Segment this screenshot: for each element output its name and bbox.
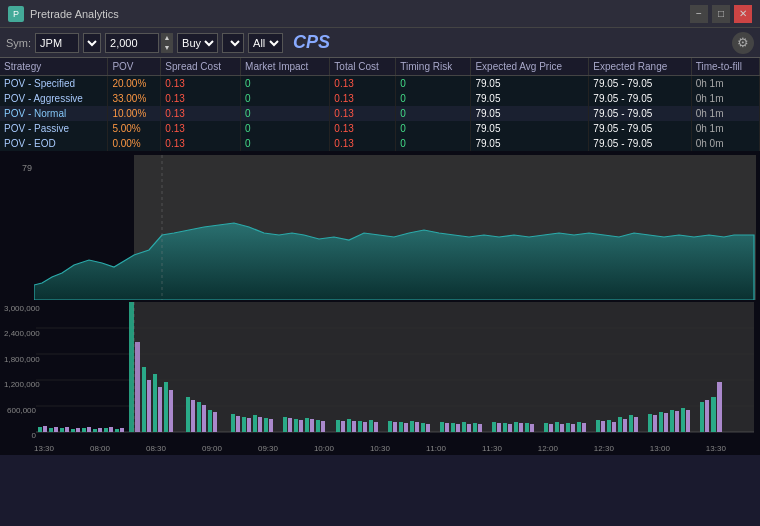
gear-icon: ⚙ bbox=[737, 35, 749, 50]
svg-rect-106 bbox=[653, 415, 657, 432]
svg-rect-104 bbox=[634, 417, 638, 432]
cell-spread-cost: 0.13 bbox=[161, 121, 241, 136]
cell-time-to-fill: 0h 1m bbox=[691, 121, 759, 136]
sym-label: Sym: bbox=[6, 37, 31, 49]
svg-rect-95 bbox=[577, 422, 581, 432]
sym-input[interactable] bbox=[35, 33, 79, 53]
svg-rect-50 bbox=[288, 418, 292, 432]
cell-pov: 10.00% bbox=[108, 106, 161, 121]
x-label-1030: 10:30 bbox=[370, 444, 390, 453]
svg-rect-47 bbox=[264, 418, 268, 432]
svg-rect-89 bbox=[544, 423, 548, 432]
svg-rect-84 bbox=[508, 424, 512, 432]
cell-strategy: POV - Normal bbox=[0, 106, 108, 121]
svg-rect-61 bbox=[358, 421, 362, 432]
app-title: Pretrade Analytics bbox=[30, 8, 690, 20]
svg-rect-68 bbox=[404, 423, 408, 432]
col-header-market-impact: Market Impact bbox=[241, 58, 330, 76]
col-header-exp-range: Expected Range bbox=[589, 58, 691, 76]
svg-rect-12 bbox=[43, 426, 47, 432]
x-label-930: 09:30 bbox=[258, 444, 278, 453]
svg-rect-35 bbox=[186, 397, 190, 432]
svg-rect-86 bbox=[519, 423, 523, 432]
ticker-display: CPS bbox=[293, 32, 330, 53]
cell-spread-cost: 0.13 bbox=[161, 106, 241, 121]
x-label-1130: 11:30 bbox=[482, 444, 502, 453]
close-button[interactable]: ✕ bbox=[734, 5, 752, 23]
table-row[interactable]: POV - EOD 0.00% 0.13 0 0.13 0 79.05 79.0… bbox=[0, 136, 760, 151]
svg-rect-48 bbox=[269, 419, 273, 432]
volume-chart-svg bbox=[36, 302, 754, 440]
svg-rect-16 bbox=[65, 427, 69, 432]
col-header-time-to-fill: Time-to-fill bbox=[691, 58, 759, 76]
svg-rect-85 bbox=[514, 422, 518, 432]
cell-time-to-fill: 0h 0m bbox=[691, 136, 759, 151]
svg-rect-96 bbox=[582, 423, 586, 432]
svg-rect-20 bbox=[87, 427, 91, 432]
svg-rect-111 bbox=[681, 408, 685, 432]
svg-rect-74 bbox=[445, 423, 449, 432]
algo-select[interactable]: ⚡ bbox=[222, 33, 244, 53]
side-select[interactable]: Buy Sell bbox=[177, 33, 218, 53]
table-row[interactable]: POV - Passive 5.00% 0.13 0 0.13 0 79.05 … bbox=[0, 121, 760, 136]
price-chart: 79 79.05 bbox=[4, 155, 756, 300]
x-label-800: 08:00 bbox=[90, 444, 110, 453]
cell-market-impact: 0 bbox=[241, 136, 330, 151]
svg-rect-73 bbox=[440, 422, 444, 432]
cell-exp-range: 79.05 - 79.05 bbox=[589, 136, 691, 151]
svg-rect-101 bbox=[618, 417, 622, 432]
settings-button[interactable]: ⚙ bbox=[732, 32, 754, 54]
svg-rect-103 bbox=[629, 415, 633, 432]
window-controls[interactable]: − □ ✕ bbox=[690, 5, 752, 23]
qty-stepper[interactable]: ▲ ▼ bbox=[161, 33, 173, 53]
maximize-button[interactable]: □ bbox=[712, 5, 730, 23]
qty-up-button[interactable]: ▲ bbox=[161, 33, 173, 43]
svg-rect-109 bbox=[670, 410, 674, 432]
price-chart-svg: 79.05 bbox=[34, 155, 756, 300]
table-row[interactable]: POV - Normal 10.00% 0.13 0 0.13 0 79.05 … bbox=[0, 106, 760, 121]
cell-timing-risk: 0 bbox=[396, 91, 471, 106]
cell-pov: 33.00% bbox=[108, 91, 161, 106]
svg-rect-51 bbox=[294, 419, 298, 432]
qty-down-button[interactable]: ▼ bbox=[161, 43, 173, 53]
svg-rect-60 bbox=[352, 421, 356, 432]
minimize-button[interactable]: − bbox=[690, 5, 708, 23]
svg-rect-11 bbox=[38, 427, 42, 432]
volume-y-labels: 3,000,000 2,400,000 1,800,000 1,200,000 … bbox=[4, 302, 36, 442]
qty-input[interactable] bbox=[105, 33, 159, 53]
svg-rect-69 bbox=[410, 421, 414, 432]
cell-strategy: POV - Aggressive bbox=[0, 91, 108, 106]
cell-exp-avg-price: 79.05 bbox=[471, 106, 589, 121]
svg-rect-15 bbox=[60, 428, 64, 432]
svg-rect-52 bbox=[299, 420, 303, 432]
cell-market-impact: 0 bbox=[241, 121, 330, 136]
x-label-830: 08:30 bbox=[146, 444, 166, 453]
svg-rect-75 bbox=[451, 423, 455, 432]
title-bar: P Pretrade Analytics − □ ✕ bbox=[0, 0, 760, 28]
sym-dropdown[interactable]: ▼ bbox=[83, 33, 101, 53]
svg-rect-36 bbox=[191, 400, 195, 432]
col-header-strategy: Strategy bbox=[0, 58, 108, 76]
cell-total-cost: 0.13 bbox=[330, 106, 396, 121]
cell-exp-avg-price: 79.05 bbox=[471, 121, 589, 136]
svg-rect-114 bbox=[705, 400, 709, 432]
svg-rect-72 bbox=[426, 424, 430, 432]
charts-area: 79 79.05 3,000,000 2,400,000 1,800,000 bbox=[0, 151, 760, 455]
svg-rect-32 bbox=[158, 387, 162, 432]
svg-rect-91 bbox=[555, 422, 559, 432]
table-row[interactable]: POV - Aggressive 33.00% 0.13 0 0.13 0 79… bbox=[0, 91, 760, 106]
svg-rect-55 bbox=[316, 420, 320, 432]
svg-rect-64 bbox=[374, 422, 378, 432]
svg-rect-90 bbox=[549, 424, 553, 432]
svg-rect-81 bbox=[492, 422, 496, 432]
svg-rect-115 bbox=[711, 397, 716, 432]
x-label-1000: 10:00 bbox=[314, 444, 334, 453]
svg-rect-79 bbox=[473, 423, 477, 432]
x-label-1200: 12:00 bbox=[538, 444, 558, 453]
cell-strategy: POV - EOD bbox=[0, 136, 108, 151]
svg-rect-14 bbox=[54, 427, 58, 432]
filter-select[interactable]: All bbox=[248, 33, 283, 53]
table-row[interactable]: POV - Specified 20.00% 0.13 0 0.13 0 79.… bbox=[0, 76, 760, 92]
cell-timing-risk: 0 bbox=[396, 76, 471, 92]
svg-rect-62 bbox=[363, 422, 367, 432]
